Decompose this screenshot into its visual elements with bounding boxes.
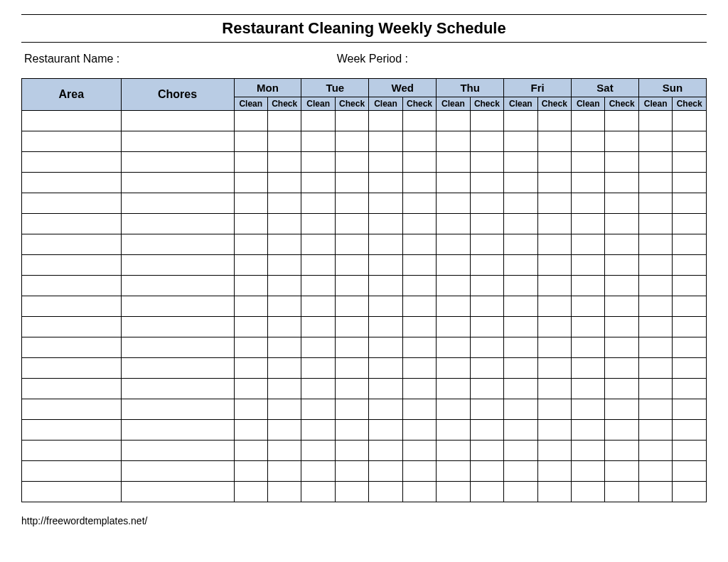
- table-cell: [638, 276, 672, 296]
- table-cell: [673, 317, 707, 337]
- table-cell: [572, 399, 605, 420]
- table-cell: [437, 152, 470, 173]
- table-cell: [369, 276, 402, 296]
- table-cell: [537, 420, 571, 441]
- table-cell: [267, 399, 301, 420]
- table-cell: [234, 111, 267, 131]
- table-cell: [572, 152, 605, 173]
- table-row: [22, 276, 707, 296]
- table-cell: [301, 399, 335, 420]
- table-cell: [605, 214, 638, 234]
- table-cell: [673, 420, 707, 441]
- table-cell: [638, 317, 672, 337]
- week-period-label: Week Period :: [337, 53, 704, 65]
- table-row: [22, 379, 707, 399]
- header-wed-check: Check: [402, 97, 436, 111]
- table-cell: [470, 482, 503, 502]
- table-cell: [369, 482, 402, 502]
- table-cell: [301, 131, 335, 152]
- table-cell: [638, 234, 672, 255]
- table-cell: [335, 358, 368, 379]
- table-cell: [437, 358, 470, 379]
- table-cell: [605, 482, 638, 502]
- table-cell: [605, 337, 638, 358]
- table-row: [22, 173, 707, 193]
- table-cell: [470, 317, 503, 337]
- table-cell: [121, 276, 234, 296]
- table-cell: [301, 234, 335, 255]
- table-cell: [369, 111, 402, 131]
- table-cell: [335, 131, 368, 152]
- table-cell: [267, 461, 301, 482]
- table-cell: [470, 337, 503, 358]
- table-cell: [22, 193, 122, 214]
- table-cell: [121, 337, 234, 358]
- table-cell: [572, 317, 605, 337]
- table-row: [22, 420, 707, 441]
- title-section: Restaurant Cleaning Weekly Schedule: [21, 14, 707, 43]
- table-cell: [335, 337, 368, 358]
- table-cell: [673, 276, 707, 296]
- table-cell: [22, 131, 122, 152]
- table-row: [22, 152, 707, 173]
- table-cell: [267, 379, 301, 399]
- table-cell: [121, 214, 234, 234]
- table-cell: [605, 131, 638, 152]
- table-cell: [267, 358, 301, 379]
- table-cell: [673, 399, 707, 420]
- table-cell: [369, 193, 402, 214]
- table-cell: [605, 152, 638, 173]
- table-cell: [605, 173, 638, 193]
- table-cell: [335, 296, 368, 317]
- table-cell: [504, 379, 537, 399]
- table-cell: [605, 111, 638, 131]
- table-cell: [437, 399, 470, 420]
- header-fri-check: Check: [537, 97, 571, 111]
- table-cell: [437, 317, 470, 337]
- table-cell: [301, 317, 335, 337]
- table-cell: [437, 482, 470, 502]
- header-sun-check: Check: [673, 97, 707, 111]
- table-cell: [470, 255, 503, 276]
- table-cell: [673, 193, 707, 214]
- table-cell: [537, 441, 571, 461]
- table-cell: [234, 131, 267, 152]
- table-cell: [22, 296, 122, 317]
- table-cell: [504, 152, 537, 173]
- table-cell: [402, 193, 436, 214]
- table-cell: [369, 255, 402, 276]
- table-cell: [234, 358, 267, 379]
- table-cell: [369, 420, 402, 441]
- table-cell: [673, 111, 707, 131]
- table-cell: [437, 296, 470, 317]
- table-cell: [638, 296, 672, 317]
- table-cell: [572, 358, 605, 379]
- table-cell: [121, 482, 234, 502]
- table-cell: [572, 193, 605, 214]
- table-cell: [369, 214, 402, 234]
- table-cell: [605, 399, 638, 420]
- table-cell: [572, 131, 605, 152]
- table-cell: [638, 193, 672, 214]
- table-cell: [22, 152, 122, 173]
- table-cell: [369, 358, 402, 379]
- header-chores: Chores: [121, 79, 234, 111]
- table-cell: [402, 173, 436, 193]
- table-cell: [234, 441, 267, 461]
- table-cell: [267, 152, 301, 173]
- table-cell: [234, 337, 267, 358]
- table-cell: [267, 482, 301, 502]
- table-cell: [504, 337, 537, 358]
- table-cell: [267, 337, 301, 358]
- table-cell: [572, 255, 605, 276]
- header-tue-check: Check: [335, 97, 368, 111]
- header-wed-clean: Clean: [369, 97, 402, 111]
- table-cell: [537, 379, 571, 399]
- table-cell: [402, 420, 436, 441]
- table-row: [22, 214, 707, 234]
- table-row: [22, 111, 707, 131]
- table-cell: [22, 399, 122, 420]
- table-cell: [301, 482, 335, 502]
- table-cell: [572, 420, 605, 441]
- table-cell: [673, 379, 707, 399]
